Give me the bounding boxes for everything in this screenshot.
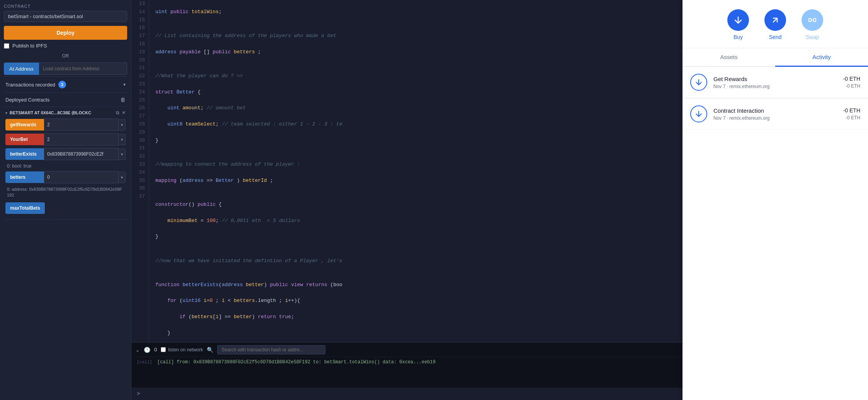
listen-checkbox[interactable] [161,347,166,352]
transaction-item-get-rewards: Get Rewards Nov 7 · remix.ethereum.org -… [682,67,868,98]
copy-icon[interactable]: ⧉ [116,110,119,115]
transactions-row[interactable]: Transactions recorded 3 ▾ [4,76,127,92]
function-row-yourbet: YourBet ▾ [5,133,126,146]
at-address-button[interactable]: At Address [4,63,39,75]
contract-interaction-tx-info: Contract Interaction Nov 7 · remix.ether… [713,107,837,121]
get-rewards-tx-amounts: -0 ETH -0 ETH [843,76,860,89]
or-divider: OR [4,53,127,59]
deployed-contracts-row[interactable]: Deployed Contracts 🗑 [4,92,127,107]
tab-assets[interactable]: Assets [682,48,775,67]
call-label: [call] [137,360,152,364]
buy-label: Buy [734,34,743,40]
at-address-row: At Address [4,63,127,75]
get-rewards-chevron-icon[interactable]: ▾ [119,119,126,131]
terminal-count: 0 [154,347,157,353]
betters-button[interactable]: betters [5,171,44,183]
instance-name: BETSMART AT 0X64C...8C38E (BLOCKC [10,110,114,115]
search-input[interactable] [217,345,325,354]
wallet-transactions: Get Rewards Nov 7 · remix.ethereum.org -… [682,67,868,400]
your-bet-input[interactable] [44,133,119,146]
better-exists-result: 0: bool: true [5,163,126,171]
publish-label: Publish to IPFS [12,43,47,49]
betters-result: 0: address: 0x839B878873998F02cE2f5c6D78… [5,186,126,198]
your-bet-chevron-icon[interactable]: ▾ [119,134,126,145]
get-rewards-amount-main: -0 ETH [843,76,860,82]
transactions-label: Transactions recorded 3 [5,81,66,88]
get-rewards-tx-subtitle: Nov 7 · remix.ethereum.org [713,84,837,89]
listen-checkbox-row: listen on network [161,347,203,353]
left-panel: CONTRACT betSmart - contracts/betSmart.s… [0,0,131,400]
function-row-getrewards: getRewards ▾ [5,119,126,131]
contract-interaction-amount-sub: -0 ETH [843,115,860,120]
swap-icon-circle [802,9,823,31]
publish-checkbox[interactable] [4,43,9,49]
your-bet-button[interactable]: YourBet [5,134,44,145]
contract-select[interactable]: betSmart - contracts/betSmart.sol [4,11,127,22]
send-icon-circle [764,9,786,31]
contract-interaction-tx-title: Contract Interaction [713,107,837,114]
send-button[interactable]: Send [764,9,786,40]
close-icon[interactable]: ✕ [122,110,126,115]
code-editor[interactable]: 1314151617 1819202122 2324252627 2829303… [131,0,682,342]
publish-row: Publish to IPFS [4,43,127,49]
buy-button[interactable]: Buy [727,9,749,40]
instance-chevron-icon: ▾ [5,111,7,115]
tab-activity[interactable]: Activity [775,48,868,67]
swap-button[interactable]: Swap [802,9,823,40]
get-rewards-button[interactable]: getRewards [5,119,44,131]
wallet-actions: Buy Send Swap [682,0,868,48]
contract-interaction-tx-amounts: -0 ETH -0 ETH [843,107,860,120]
get-rewards-tx-title: Get Rewards [713,76,837,82]
deployed-contracts-label: Deployed Contracts [5,97,49,103]
trash-icon[interactable]: 🗑 [120,97,126,103]
contract-instance-header: ▾ BETSMART AT 0X64C...8C38E (BLOCKC ⧉ ✕ [5,110,126,115]
listen-label: listen on network [168,347,203,353]
get-rewards-tx-icon [690,74,707,91]
terminal-log: [call] [call] from: 0x839B878873998F02cE… [131,357,682,388]
svg-rect-1 [814,19,816,22]
code-content[interactable]: uint public totalWins; // List containin… [149,0,682,342]
line-numbers: 1314151617 1819202122 2324252627 2829303… [131,0,149,342]
get-rewards-tx-info: Get Rewards Nov 7 · remix.ethereum.org [713,76,837,89]
better-exists-input[interactable] [44,148,119,160]
transaction-item-contract-interaction: Contract Interaction Nov 7 · remix.ether… [682,98,868,130]
function-row-betters: betters ▾ [5,171,126,183]
contract-interaction-amount-main: -0 ETH [843,107,860,114]
terminal-log-line: [call] from: 0x839B878873998F02cE2f5c6D7… [157,359,436,365]
better-exists-chevron-icon[interactable]: ▾ [119,149,126,160]
contract-interaction-tx-icon [690,105,707,122]
transactions-badge: 3 [58,81,66,88]
wallet-panel: Buy Send Swap Assets Activity [682,0,868,400]
contract-instance: ▾ BETSMART AT 0X64C...8C38E (BLOCKC ⧉ ✕ … [4,107,127,220]
terminal-expand-icon[interactable]: ⌄ [135,347,140,353]
swap-label: Swap [805,34,819,40]
terminal-clock-icon[interactable]: 🕐 [144,347,150,353]
send-label: Send [769,34,782,40]
svg-rect-0 [809,19,811,22]
load-contract-input[interactable] [39,63,127,75]
search-icon[interactable]: 🔍 [207,347,213,353]
editor-area: 1314151617 1819202122 2324252627 2829303… [131,0,682,400]
contract-interaction-tx-subtitle: Nov 7 · remix.ethereum.org [713,115,837,121]
get-rewards-amount-sub: -0 ETH [843,83,860,89]
betters-chevron-icon[interactable]: ▾ [119,172,126,183]
terminal-bar: ⌄ 🕐 0 listen on network 🔍 [131,342,682,357]
wallet-tabs: Assets Activity [682,48,868,67]
buy-icon-circle [727,9,749,31]
function-row-maxtotalbets: maxTotalBets [5,202,126,214]
max-total-bets-button[interactable]: maxTotalBets [5,202,45,214]
terminal-prompt[interactable]: > [131,388,682,400]
betters-input[interactable] [44,171,119,183]
get-rewards-input[interactable] [44,119,119,131]
better-exists-button[interactable]: betterExists [5,148,44,160]
deploy-button[interactable]: Deploy [4,26,127,40]
contract-section-label: CONTRACT [4,4,127,8]
transactions-chevron-icon: ▾ [123,82,126,87]
function-row-betterexists: betterExists ▾ [5,148,126,160]
